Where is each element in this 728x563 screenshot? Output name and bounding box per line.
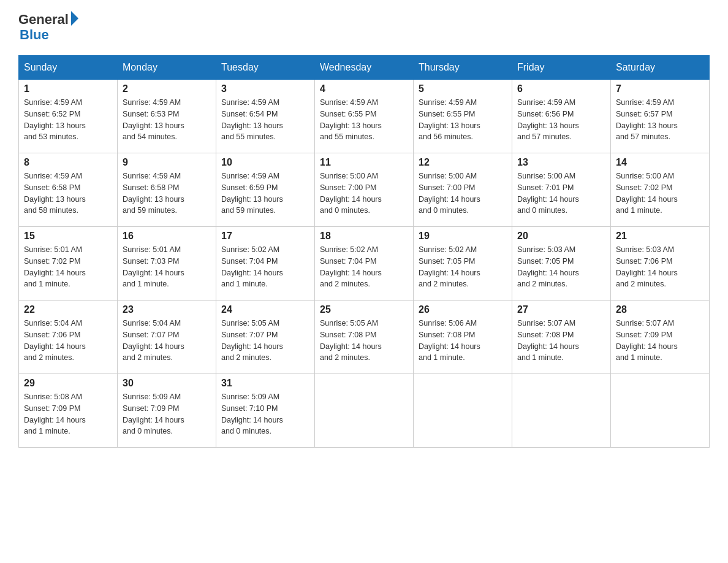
- day-info: Sunrise: 5:09 AMSunset: 7:09 PMDaylight:…: [123, 391, 211, 437]
- day-info: Sunrise: 5:03 AMSunset: 7:06 PMDaylight:…: [616, 244, 704, 290]
- day-info: Sunrise: 5:02 AMSunset: 7:05 PMDaylight:…: [419, 244, 507, 290]
- day-info: Sunrise: 5:02 AMSunset: 7:04 PMDaylight:…: [221, 244, 309, 290]
- day-info: Sunrise: 5:05 AMSunset: 7:07 PMDaylight:…: [221, 318, 309, 364]
- day-number: 16: [123, 231, 211, 242]
- calendar-cell: 9Sunrise: 4:59 AMSunset: 6:58 PMDaylight…: [118, 153, 216, 227]
- calendar-cell: 3Sunrise: 4:59 AMSunset: 6:54 PMDaylight…: [216, 80, 315, 153]
- logo-text-general: General: [18, 12, 69, 27]
- calendar-cell: 1Sunrise: 4:59 AMSunset: 6:52 PMDaylight…: [19, 80, 118, 153]
- day-info: Sunrise: 5:01 AMSunset: 7:03 PMDaylight:…: [123, 244, 211, 290]
- calendar-cell: 5Sunrise: 4:59 AMSunset: 6:55 PMDaylight…: [414, 80, 512, 153]
- day-info: Sunrise: 4:59 AMSunset: 6:58 PMDaylight:…: [24, 170, 112, 216]
- day-info: Sunrise: 4:59 AMSunset: 6:56 PMDaylight:…: [517, 97, 605, 143]
- calendar-cell: 2Sunrise: 4:59 AMSunset: 6:53 PMDaylight…: [118, 80, 216, 153]
- calendar-week-row: 1Sunrise: 4:59 AMSunset: 6:52 PMDaylight…: [19, 80, 710, 153]
- day-number: 13: [517, 157, 605, 168]
- calendar-cell: 21Sunrise: 5:03 AMSunset: 7:06 PMDayligh…: [611, 227, 710, 301]
- day-number: 19: [419, 231, 507, 242]
- day-number: 21: [616, 231, 704, 242]
- calendar-cell: 15Sunrise: 5:01 AMSunset: 7:02 PMDayligh…: [19, 227, 118, 301]
- header-sunday: Sunday: [19, 56, 118, 80]
- day-number: 15: [24, 231, 112, 242]
- day-info: Sunrise: 5:02 AMSunset: 7:04 PMDaylight:…: [320, 244, 408, 290]
- calendar-cell: 4Sunrise: 4:59 AMSunset: 6:55 PMDaylight…: [315, 80, 414, 153]
- header-monday: Monday: [118, 56, 216, 80]
- day-info: Sunrise: 4:59 AMSunset: 6:53 PMDaylight:…: [123, 97, 211, 143]
- calendar-cell: 6Sunrise: 4:59 AMSunset: 6:56 PMDaylight…: [512, 80, 611, 153]
- calendar-cell: 14Sunrise: 5:00 AMSunset: 7:02 PMDayligh…: [611, 153, 710, 227]
- calendar-cell: 31Sunrise: 5:09 AMSunset: 7:10 PMDayligh…: [216, 374, 315, 448]
- day-info: Sunrise: 4:59 AMSunset: 6:52 PMDaylight:…: [24, 97, 112, 143]
- day-info: Sunrise: 4:59 AMSunset: 6:55 PMDaylight:…: [419, 97, 507, 143]
- calendar-week-row: 8Sunrise: 4:59 AMSunset: 6:58 PMDaylight…: [19, 153, 710, 227]
- day-number: 30: [123, 378, 211, 389]
- day-info: Sunrise: 4:59 AMSunset: 6:58 PMDaylight:…: [123, 170, 211, 216]
- day-number: 20: [517, 231, 605, 242]
- day-info: Sunrise: 5:04 AMSunset: 7:06 PMDaylight:…: [24, 318, 112, 364]
- day-number: 11: [320, 157, 408, 168]
- day-number: 12: [419, 157, 507, 168]
- calendar-cell: 28Sunrise: 5:07 AMSunset: 7:09 PMDayligh…: [611, 301, 710, 374]
- day-number: 8: [24, 157, 112, 168]
- day-number: 22: [24, 304, 112, 315]
- day-number: 6: [517, 83, 605, 94]
- calendar-cell: 23Sunrise: 5:04 AMSunset: 7:07 PMDayligh…: [118, 301, 216, 374]
- calendar-cell: 18Sunrise: 5:02 AMSunset: 7:04 PMDayligh…: [315, 227, 414, 301]
- day-info: Sunrise: 5:04 AMSunset: 7:07 PMDaylight:…: [123, 318, 211, 364]
- day-number: 9: [123, 157, 211, 168]
- calendar-cell: [512, 374, 611, 448]
- header-thursday: Thursday: [414, 56, 512, 80]
- day-info: Sunrise: 5:01 AMSunset: 7:02 PMDaylight:…: [24, 244, 112, 290]
- day-number: 29: [24, 378, 112, 389]
- day-info: Sunrise: 4:59 AMSunset: 6:55 PMDaylight:…: [320, 97, 408, 143]
- calendar-cell: 24Sunrise: 5:05 AMSunset: 7:07 PMDayligh…: [216, 301, 315, 374]
- calendar-cell: 26Sunrise: 5:06 AMSunset: 7:08 PMDayligh…: [414, 301, 512, 374]
- day-info: Sunrise: 4:59 AMSunset: 6:57 PMDaylight:…: [616, 97, 704, 143]
- day-number: 25: [320, 304, 408, 315]
- page-header: General Blue: [18, 12, 710, 43]
- calendar-cell: 11Sunrise: 5:00 AMSunset: 7:00 PMDayligh…: [315, 153, 414, 227]
- day-info: Sunrise: 5:08 AMSunset: 7:09 PMDaylight:…: [24, 391, 112, 437]
- calendar-week-row: 15Sunrise: 5:01 AMSunset: 7:02 PMDayligh…: [19, 227, 710, 301]
- day-number: 10: [221, 157, 309, 168]
- calendar-cell: 16Sunrise: 5:01 AMSunset: 7:03 PMDayligh…: [118, 227, 216, 301]
- day-info: Sunrise: 4:59 AMSunset: 6:54 PMDaylight:…: [221, 97, 309, 143]
- calendar-header-row: SundayMondayTuesdayWednesdayThursdayFrid…: [19, 56, 710, 80]
- day-info: Sunrise: 5:05 AMSunset: 7:08 PMDaylight:…: [320, 318, 408, 364]
- day-number: 28: [616, 304, 704, 315]
- day-number: 17: [221, 231, 309, 242]
- day-info: Sunrise: 5:00 AMSunset: 7:02 PMDaylight:…: [616, 170, 704, 216]
- calendar-cell: 29Sunrise: 5:08 AMSunset: 7:09 PMDayligh…: [19, 374, 118, 448]
- day-info: Sunrise: 5:07 AMSunset: 7:09 PMDaylight:…: [616, 318, 704, 364]
- day-number: 2: [123, 83, 211, 94]
- calendar-cell: 7Sunrise: 4:59 AMSunset: 6:57 PMDaylight…: [611, 80, 710, 153]
- calendar-cell: 20Sunrise: 5:03 AMSunset: 7:05 PMDayligh…: [512, 227, 611, 301]
- day-number: 24: [221, 304, 309, 315]
- header-tuesday: Tuesday: [216, 56, 315, 80]
- day-info: Sunrise: 5:07 AMSunset: 7:08 PMDaylight:…: [517, 318, 605, 364]
- calendar-week-row: 29Sunrise: 5:08 AMSunset: 7:09 PMDayligh…: [19, 374, 710, 448]
- calendar-cell: 30Sunrise: 5:09 AMSunset: 7:09 PMDayligh…: [118, 374, 216, 448]
- day-info: Sunrise: 5:00 AMSunset: 7:00 PMDaylight:…: [320, 170, 408, 216]
- day-number: 26: [419, 304, 507, 315]
- header-friday: Friday: [512, 56, 611, 80]
- calendar-cell: 27Sunrise: 5:07 AMSunset: 7:08 PMDayligh…: [512, 301, 611, 374]
- day-number: 3: [221, 83, 309, 94]
- day-number: 1: [24, 83, 112, 94]
- day-number: 18: [320, 231, 408, 242]
- day-info: Sunrise: 5:00 AMSunset: 7:01 PMDaylight:…: [517, 170, 605, 216]
- calendar-cell: [315, 374, 414, 448]
- calendar-table: SundayMondayTuesdayWednesdayThursdayFrid…: [18, 55, 710, 448]
- day-info: Sunrise: 5:03 AMSunset: 7:05 PMDaylight:…: [517, 244, 605, 290]
- calendar-cell: 22Sunrise: 5:04 AMSunset: 7:06 PMDayligh…: [19, 301, 118, 374]
- calendar-cell: 25Sunrise: 5:05 AMSunset: 7:08 PMDayligh…: [315, 301, 414, 374]
- day-number: 5: [419, 83, 507, 94]
- calendar-cell: 13Sunrise: 5:00 AMSunset: 7:01 PMDayligh…: [512, 153, 611, 227]
- day-info: Sunrise: 4:59 AMSunset: 6:59 PMDaylight:…: [221, 170, 309, 216]
- calendar-cell: 10Sunrise: 4:59 AMSunset: 6:59 PMDayligh…: [216, 153, 315, 227]
- logo-triangle-icon: [71, 11, 78, 26]
- header-wednesday: Wednesday: [315, 56, 414, 80]
- calendar-cell: 8Sunrise: 4:59 AMSunset: 6:58 PMDaylight…: [19, 153, 118, 227]
- logo-text-blue: Blue: [20, 27, 78, 43]
- day-info: Sunrise: 5:09 AMSunset: 7:10 PMDaylight:…: [221, 391, 309, 437]
